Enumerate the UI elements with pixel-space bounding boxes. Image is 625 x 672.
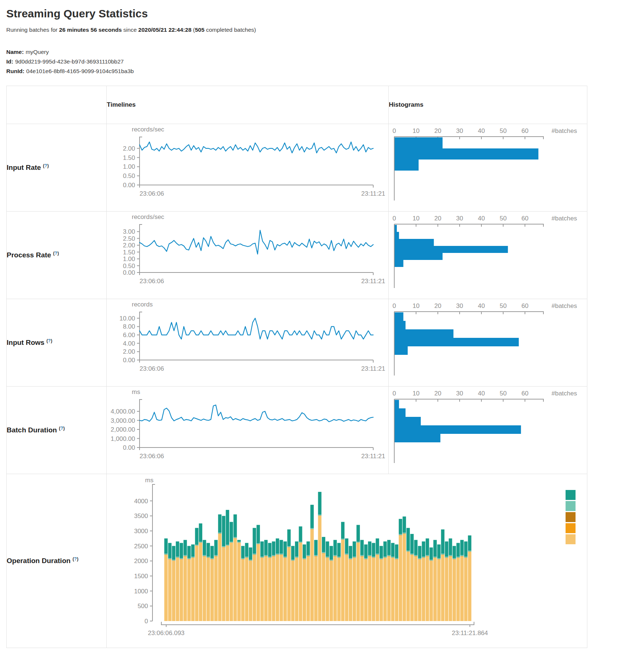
stack-segment-stack-bottom-tan [387,556,391,621]
batch-duration-label: Batch Duration (?) [7,387,107,474]
stack-segment-stack-bottom-tan [345,555,348,621]
y-tick-label: 3500 [134,512,148,520]
x-start-label: 23:06:06 [140,278,164,285]
input-rate-help-icon[interactable]: (?) [43,163,49,168]
stack-segment-stack-bottom-tan [418,559,422,621]
y-tick-label: 1000 [134,588,148,595]
stack-segment-stack-light-teal [418,558,422,559]
batch-duration-help-icon[interactable]: (?) [59,426,65,431]
stack-segment-stack-bottom-tan [207,558,210,621]
stack-segment-stack-bottom-tan [257,545,260,621]
stack-segment-stack-bottom-tan [295,558,298,621]
process-rate-timeline-cell: records/sec0.000.501.001.502.002.503.002… [107,212,389,299]
stack-segment-stack-top-teal [353,541,356,556]
stack-segment-stack-bottom-tan [172,561,175,621]
stack-segment-stack-top-teal [357,525,360,542]
stack-segment-stack-top-teal [414,540,418,555]
process-rate-help-icon[interactable]: (?) [53,251,59,256]
stack-segment-stack-light-teal [168,558,172,559]
stack-segment-stack-bottom-tan [449,556,452,621]
x-tick-label: 0 [393,302,396,309]
x-tick-label: 40 [478,127,485,134]
stack-segment-stack-light-teal [164,554,168,555]
histogram-x-axis [394,399,543,402]
x-axis-bracket [161,622,474,627]
input-rows-histogram-chart: 0102030405060#batches [389,299,587,386]
stack-segment-stack-bottom-tan [372,558,375,621]
histogram-bar [395,338,519,346]
y-unit-label: records/sec [132,213,164,220]
completed-batches-count: 505 [195,27,205,33]
stack-segment-stack-light-teal [291,560,295,560]
stack-segment-stack-top-teal [245,543,248,556]
stack-segment-stack-light-teal [222,546,226,547]
stack-segment-stack-top-teal [380,546,383,558]
operation-duration-row: Operation Duration (?) ms050010001500200… [7,474,587,648]
stack-segment-stack-top-teal [183,540,187,555]
stack-segment-stack-light-teal [295,557,298,558]
stack-segment-stack-light-teal [414,555,418,556]
input-rate-histogram-cell: 0102030405060#batches [389,124,587,212]
stack-segment-stack-orange [468,552,471,552]
stack-segment-stack-bottom-tan [180,559,183,621]
stack-segment-stack-orange [318,516,322,516]
batch-duration-histogram-cell: 0102030405060#batches [389,387,587,474]
y-axis [152,484,155,621]
metric-label-text: Operation Duration [7,557,71,565]
stack-segment-stack-top-teal [468,535,471,551]
stack-segment-stack-top-teal [268,543,271,556]
y-tick-label: 4.00 [123,340,135,347]
input-rate-histogram: 0102030405060#batches [389,124,586,211]
stack-segment-stack-orange [411,555,414,555]
stack-segment-stack-orange [437,559,441,560]
batches-axis-label: #batches [552,127,577,134]
x-tick-label: 10 [413,215,420,222]
stack-segment-stack-top-teal [441,529,444,554]
stack-segment-stack-orange [203,556,206,556]
stack-segment-stack-light-teal [276,554,279,555]
x-tick-label: 10 [413,390,420,397]
input-rows-help-icon[interactable]: (?) [47,338,52,343]
y-tick-label: 2.50 [123,235,135,242]
stack-segment-stack-top-teal [337,543,341,556]
stack-segment-stack-orange [191,558,195,558]
histogram-bar [395,329,453,338]
stack-segment-stack-orange [403,534,406,534]
stack-segment-stack-bottom-tan [168,559,172,621]
stack-segment-stack-top-teal [433,540,437,556]
stack-segment-stack-top-teal [360,540,364,555]
name-label: Name: [6,49,24,55]
x-tick-label: 30 [456,127,463,134]
stack-segment-stack-bottom-tan [441,555,444,621]
x-start-label: 23:06:06.093 [148,630,185,637]
stack-segment-stack-bottom-tan [241,559,245,621]
stack-segment-stack-bottom-tan [191,558,195,621]
id-label: Id: [6,58,13,65]
input-rate-timeline-cell: records/sec0.000.501.001.502.0023:06:062… [107,124,389,212]
stack-segment-stack-bottom-tan [288,548,291,621]
runid-label: RunId: [6,68,24,74]
stack-segment-stack-light-teal [191,557,195,558]
stack-segment-stack-orange [422,558,425,558]
stack-segment-stack-bottom-tan [310,529,314,621]
y-tick-label: 1.00 [123,163,135,170]
stack-segment-stack-top-teal [430,548,433,560]
legend-swatch-2 [566,512,576,522]
stack-segment-stack-orange [464,558,468,558]
stack-segment-stack-top-teal [288,529,291,546]
x-end-label: 23:11:21 [361,190,385,197]
stack-segment-stack-light-teal [207,557,210,558]
process-rate-histogram-cell: 0102030405060#batches [389,212,587,299]
stack-segment-stack-bottom-tan [353,558,356,621]
stack-segment-stack-bottom-tan [218,534,222,621]
x-tick-label: 0 [393,215,396,222]
y-unit-label: records [132,301,153,308]
stack-segment-stack-top-teal [376,538,379,553]
stack-segment-stack-top-teal [253,528,256,554]
stack-segment-stack-bottom-tan [430,561,433,621]
operation-duration-help-icon[interactable]: (?) [72,556,78,562]
stack-segment-stack-top-teal [387,540,391,555]
stack-segment-stack-bottom-tan [395,559,398,621]
stack-segment-stack-top-teal [310,505,314,528]
x-tick-label: 60 [522,127,529,134]
